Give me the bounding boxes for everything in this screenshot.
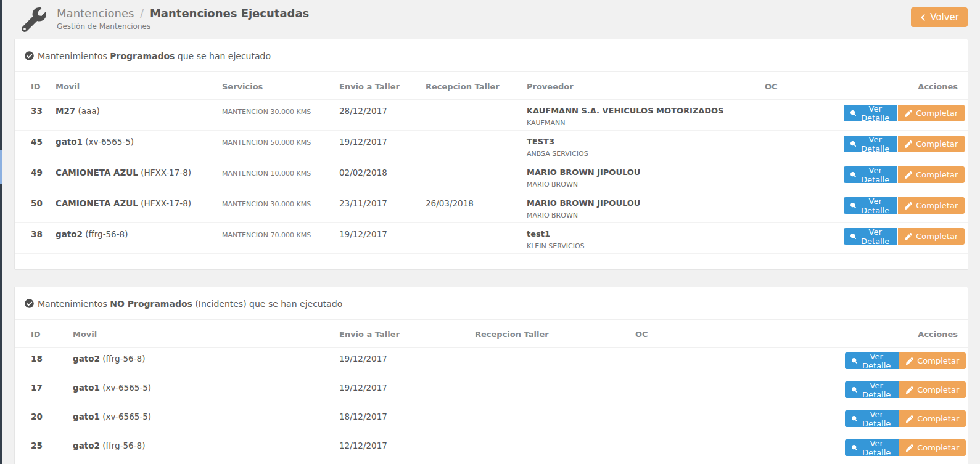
recepcion-taller [426, 161, 527, 192]
oc-cell [765, 192, 844, 223]
ver-detalle-label: Ver Detalle [861, 352, 892, 370]
servicio: MANTENCION 50.000 KMS [222, 131, 339, 161]
row-id: 38 [15, 223, 56, 254]
movil-plate: (xv-6565-5) [102, 412, 151, 421]
panel-programados-body: ID Movil Servicios Envio a Taller Recepc… [15, 72, 968, 269]
table-row: 50 CAMIONETA AZUL (HFXX-17-8) MANTENCION… [15, 192, 968, 223]
envio-taller: 02/02/2018 [339, 161, 426, 192]
movil-cell: CAMIONETA AZUL (HFXX-17-8) [56, 192, 222, 223]
actions-cell: Ver DetalleCompletar [845, 348, 968, 376]
movil-cell: gato1 (xv-6565-5) [56, 131, 222, 161]
check-circle-icon [25, 299, 34, 308]
ver-detalle-label: Ver Detalle [861, 410, 892, 428]
proveedor-sub: MARIO BROWN [527, 211, 759, 219]
table-row: 45 gato1 (xv-6565-5) MANTENCION 50.000 K… [15, 131, 968, 161]
row-id: 49 [15, 161, 56, 192]
movil-plate: (HFXX-17-8) [141, 198, 191, 208]
table-header-row: ID Movil Servicios Envio a Taller Recepc… [15, 72, 968, 100]
completar-label: Completar [916, 201, 958, 210]
completar-label: Completar [917, 414, 959, 423]
table-row: 38 gato2 (ffrg-56-8) MANTENCION 70.000 K… [15, 223, 968, 254]
movil-cell: CAMIONETA AZUL (HFXX-17-8) [56, 161, 222, 192]
page: Mantenciones / Mantenciones Ejecutadas G… [2, 0, 980, 464]
movil-cell: gato2 (ffrg-56-8) [56, 223, 222, 254]
movil-plate: (ffrg-56-8) [102, 441, 145, 450]
row-id: 33 [15, 100, 56, 131]
oc-cell [765, 131, 844, 161]
ver-detalle-button[interactable]: Ver Detalle [844, 166, 897, 183]
volver-button[interactable]: Volver [911, 7, 968, 27]
envio-taller: 19/12/2017 [339, 131, 426, 161]
ver-detalle-label: Ver Detalle [860, 135, 891, 153]
proveedor-name: test1 [527, 229, 759, 239]
completar-button[interactable]: Completar [899, 381, 966, 398]
row-id: 18 [15, 348, 73, 376]
envio-taller: 19/12/2017 [339, 348, 475, 376]
recepcion-taller [475, 405, 635, 434]
recepcion-taller [426, 223, 527, 254]
proveedor-name: MARIO BROWN JIPOULOU [527, 198, 759, 208]
proveedor-sub: KLEIN SERVICIOS [527, 242, 759, 250]
ver-detalle-label: Ver Detalle [861, 439, 892, 457]
ver-detalle-label: Ver Detalle [860, 197, 891, 215]
ver-detalle-label: Ver Detalle [860, 166, 891, 184]
actions-cell: Ver DetalleCompletar [844, 223, 968, 254]
movil-name: gato1 [56, 137, 83, 147]
ver-detalle-button[interactable]: Ver Detalle [845, 439, 899, 456]
table-row: 18 gato2 (ffrg-56-8) 19/12/2017 Ver Deta… [15, 348, 968, 376]
completar-button[interactable]: Completar [898, 166, 965, 183]
completar-button[interactable]: Completar [898, 136, 965, 152]
completar-button[interactable]: Completar [899, 439, 966, 456]
row-id: 50 [15, 192, 56, 223]
col-header-envio: Envio a Taller [339, 320, 475, 348]
movil-cell: gato2 (ffrg-56-8) [73, 434, 339, 463]
panel-no-programados-body: ID Movil Envio a Taller Recepcion Taller… [15, 320, 968, 464]
completar-button[interactable]: Completar [898, 105, 965, 121]
row-id: 17 [15, 376, 73, 405]
proveedor-name: MARIO BROWN JIPOULOU [527, 168, 759, 177]
breadcrumb-parent[interactable]: Mantenciones [57, 7, 134, 20]
movil-plate: (ffrg-56-8) [102, 354, 145, 364]
panel-programados-heading: Mantenimientos Programados que se han ej… [15, 39, 968, 72]
ver-detalle-label: Ver Detalle [861, 381, 892, 399]
completar-label: Completar [917, 443, 959, 452]
proveedor-sub: ANBSA SERVICIOS [527, 150, 759, 158]
panel-title-bold: NO Programados [110, 299, 192, 309]
oc-cell [765, 223, 844, 254]
col-header-oc: OC [635, 320, 845, 348]
table-row: 33 M27 (aaa) MANTENCION 30.000 KMS 28/12… [15, 100, 968, 131]
ver-detalle-button[interactable]: Ver Detalle [844, 105, 897, 121]
completar-button[interactable]: Completar [898, 197, 965, 214]
panel-title-prefix: Mantenimientos [38, 51, 110, 61]
envio-taller: 23/11/2017 [339, 192, 426, 223]
check-circle-icon [25, 51, 34, 60]
ver-detalle-button[interactable]: Ver Detalle [844, 197, 897, 214]
proveedor-cell: MARIO BROWN JIPOULOUMARIO BROWN [527, 161, 765, 192]
col-header-acciones: Acciones [844, 72, 968, 100]
ver-detalle-button[interactable]: Ver Detalle [845, 410, 899, 427]
completar-label: Completar [917, 385, 959, 394]
movil-cell: gato2 (ffrg-56-8) [73, 348, 339, 376]
movil-cell: M27 (aaa) [56, 100, 222, 131]
col-header-recepcion: Recepcion Taller [426, 72, 527, 100]
oc-cell [635, 348, 845, 376]
ver-detalle-button[interactable]: Ver Detalle [844, 228, 897, 245]
ver-detalle-button[interactable]: Ver Detalle [845, 352, 899, 369]
table-row: 17 gato1 (xv-6565-5) 19/12/2017 Ver Deta… [15, 376, 968, 405]
actions-cell: Ver DetalleCompletar [844, 192, 968, 223]
recepcion-taller [475, 376, 635, 405]
breadcrumb-separator: / [140, 7, 144, 20]
movil-name: M27 [56, 106, 75, 116]
completar-button[interactable]: Completar [899, 410, 966, 427]
envio-taller: 18/12/2017 [339, 405, 475, 434]
table-row: 25 gato2 (ffrg-56-8) 12/12/2017 Ver Deta… [15, 434, 968, 463]
movil-name: gato2 [73, 441, 100, 450]
movil-plate: (xv-6565-5) [85, 137, 134, 147]
envio-taller: 19/12/2017 [339, 223, 426, 254]
completar-button[interactable]: Completar [898, 228, 965, 245]
completar-button[interactable]: Completar [899, 352, 966, 369]
col-header-recepcion: Recepcion Taller [475, 320, 635, 348]
ver-detalle-button[interactable]: Ver Detalle [844, 136, 897, 152]
ver-detalle-button[interactable]: Ver Detalle [845, 381, 899, 398]
completar-label: Completar [916, 170, 958, 179]
